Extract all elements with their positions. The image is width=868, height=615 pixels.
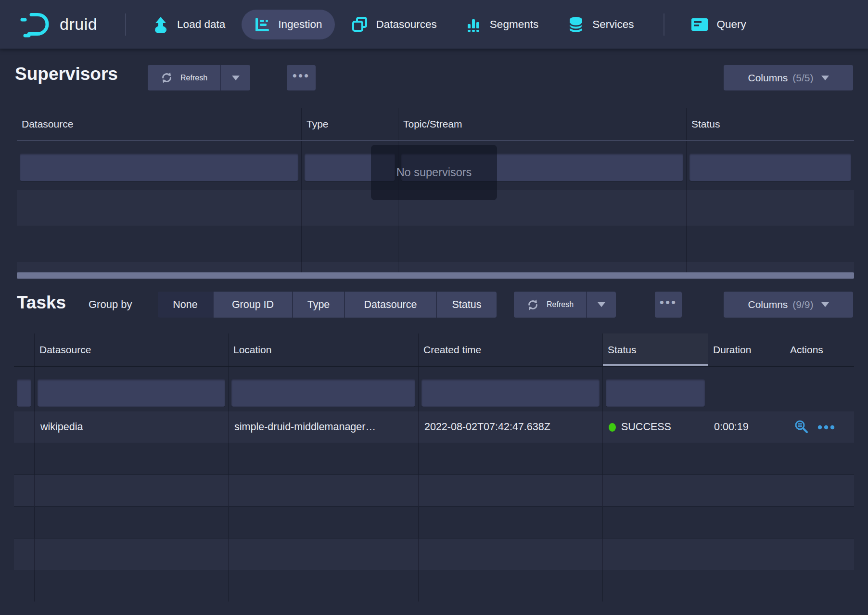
table-row [14,538,854,570]
nav-services[interactable]: Services [555,10,646,39]
group-by-type-button[interactable]: Type [292,292,344,318]
refresh-label: Refresh [547,300,574,309]
nav-divider [125,13,126,36]
nav-divider [664,13,664,36]
tasks-columns-button[interactable]: Columns (9/9) [724,292,853,318]
table-row [14,507,854,538]
group-by-status-button[interactable]: Status [436,292,497,318]
tasks-filter-created-time-input[interactable] [421,379,600,407]
chevron-down-icon [232,76,240,80]
tasks-filter-status-input[interactable] [606,379,705,407]
tasks-col-status[interactable]: Status [603,333,708,366]
sup-col-status[interactable]: Status [687,108,854,140]
datasources-icon [351,16,369,33]
columns-label: Columns [748,299,788,310]
table-row [14,475,854,507]
group-by-label: Group by [89,298,132,311]
nav-query[interactable]: Query [678,10,758,39]
supervisors-more-button[interactable]: ••• [287,65,316,90]
tasks-col-location[interactable]: Location [229,333,419,366]
chevron-down-icon [821,76,829,80]
tasks-refresh-button[interactable]: Refresh [514,292,586,318]
empty-message: No supervisors [396,166,472,179]
nav-item-label: Datasources [376,18,437,31]
task-row-wikipedia[interactable]: wikipedia simple-druid-middlemanager… 20… [14,411,854,443]
chevron-down-icon [821,302,829,307]
ingestion-icon [254,16,270,33]
tasks-header-row: Datasource Location Created time Status … [14,333,854,367]
tasks-filter-row [14,367,854,411]
status-badge: SUCCESS [621,421,671,433]
table-row [14,570,854,602]
tasks-col-created-time[interactable]: Created time [419,333,603,366]
task-datasource-cell: wikipedia [35,411,229,443]
table-row [17,226,854,262]
sup-col-datasource[interactable]: Datasource [17,108,302,140]
nav-load-data[interactable]: Load data [140,10,238,39]
tasks-refresh-dropdown[interactable] [586,292,616,318]
tasks-filter-datasource-input[interactable] [38,379,225,407]
success-status-dot [609,423,616,432]
query-icon [690,16,709,33]
chevron-down-icon [598,302,605,307]
refresh-icon [160,71,173,84]
tasks-title: Tasks [17,293,66,313]
row-more-icon[interactable] [817,425,835,430]
tasks-col-datasource[interactable]: Datasource [35,333,229,366]
druid-logo[interactable]: druid [19,12,97,38]
table-row [17,262,854,272]
group-by-segmented-control: None Group ID Type Datasource Status [158,292,497,318]
supervisors-refresh-dropdown[interactable] [220,65,250,90]
top-navbar: druid Load data [0,0,868,49]
supervisors-refresh-group: Refresh [148,65,250,90]
tasks-refresh-group: Refresh [514,292,616,318]
supervisors-columns-button[interactable]: Columns (5/5) [724,65,853,90]
sup-col-type[interactable]: Type [302,108,398,140]
refresh-label: Refresh [180,74,207,82]
refresh-icon [526,298,539,311]
supervisors-refresh-button[interactable]: Refresh [148,65,220,90]
sup-filter-datasource-input[interactable] [20,154,298,181]
columns-count: (5/5) [792,72,813,84]
no-supervisors-overlay: No supervisors [371,145,497,200]
task-duration-cell: 0:00:19 [708,411,785,443]
group-by-none-button[interactable]: None [158,292,213,318]
druid-logo-icon [19,12,52,38]
sup-filter-status-input[interactable] [689,154,851,181]
nav-segments[interactable]: Segments [453,10,551,39]
nav-item-label: Services [592,18,634,31]
task-location-cell: simple-druid-middlemanager… [229,411,419,443]
nav-item-label: Load data [177,18,225,31]
group-by-datasource-button[interactable]: Datasource [344,292,436,318]
nav-ingestion[interactable]: Ingestion [242,10,334,39]
segments-icon [466,16,482,33]
services-icon [567,15,585,34]
supervisors-horizontal-scrollbar[interactable] [17,272,854,279]
task-actions-cell [785,411,854,443]
nav-item-label: Ingestion [278,18,322,31]
task-created-time-cell: 2022-08-02T07:42:47.638Z [419,411,603,443]
tasks-col-actions[interactable]: Actions [785,333,854,366]
tasks-col-duration[interactable]: Duration [708,333,785,366]
nav-datasources[interactable]: Datasources [339,10,449,39]
group-by-group-id-button[interactable]: Group ID [213,292,292,318]
sup-col-topic-stream[interactable]: Topic/Stream [398,108,687,140]
more-icon: ••• [293,69,310,87]
tasks-filter-location-input[interactable] [231,379,415,407]
load-data-icon [152,16,169,33]
table-row [14,443,854,475]
columns-count: (9/9) [792,299,813,310]
nav-item-label: Query [716,18,746,31]
columns-label: Columns [748,72,788,84]
supervisors-title: Supervisors [15,64,118,84]
task-status-cell: SUCCESS [603,411,708,443]
tasks-table: Datasource Location Created time Status … [14,333,854,602]
druid-console: druid Load data [0,0,868,615]
tasks-filter-blank-input[interactable] [17,379,31,407]
tasks-col-blank[interactable] [14,333,35,366]
more-icon: ••• [660,296,677,313]
nav-item-label: Segments [490,18,538,31]
tasks-more-button[interactable]: ••• [655,292,682,318]
view-detail-icon[interactable] [794,420,809,435]
supervisors-header-row: Datasource Type Topic/Stream Status [17,108,854,141]
